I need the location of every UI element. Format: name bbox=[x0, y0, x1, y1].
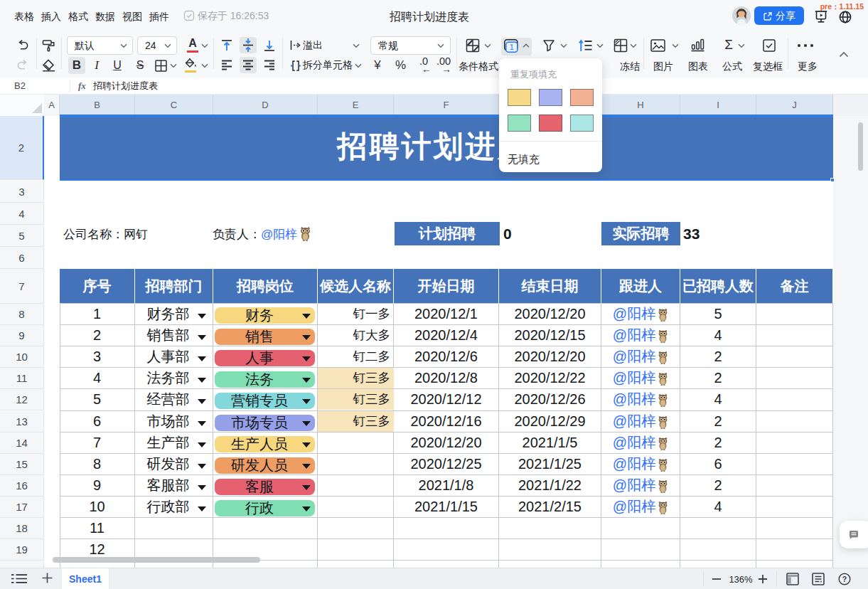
svg-text:1: 1 bbox=[510, 43, 514, 51]
svg-text:?: ? bbox=[842, 575, 847, 583]
